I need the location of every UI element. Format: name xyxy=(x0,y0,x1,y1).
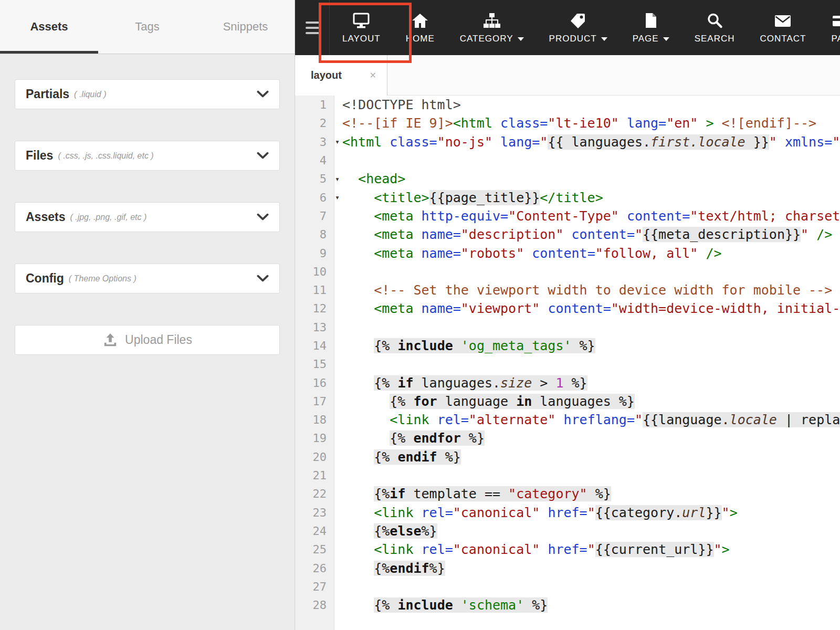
nav-item-contact[interactable]: CONTACT xyxy=(748,0,819,55)
chevron-down-icon[interactable] xyxy=(257,90,269,98)
code-line: 21 xyxy=(295,466,840,485)
nav-item-label-row: CONTACT xyxy=(760,34,806,44)
line-number: 22 xyxy=(295,487,334,500)
code-line: 15 xyxy=(295,355,840,373)
sidebar-section-partials[interactable]: Partials( .liquid ) xyxy=(15,79,280,109)
line-number: 11 xyxy=(295,284,334,297)
code-text: {%if template == "category" %} xyxy=(334,486,840,501)
nav-item-label: LAYOUT xyxy=(342,34,381,44)
line-number: 18 xyxy=(295,413,334,426)
section-subtitle: ( .css, .js, .css.liquid, etc ) xyxy=(58,151,153,161)
nav-item-label: CATEGORY xyxy=(460,34,513,44)
envelope-icon xyxy=(774,11,792,29)
code-text: {%else%} xyxy=(334,523,840,539)
code-text: <meta http-equiv="Content-Type" content=… xyxy=(334,208,840,224)
sidebar-tab-assets[interactable]: Assets xyxy=(0,0,98,54)
editor-tab-bar: layout ✕ xyxy=(295,55,840,96)
hamburger-bar-icon xyxy=(306,32,319,34)
nav-item-page[interactable]: PAGE xyxy=(620,0,682,55)
line-number: 13 xyxy=(295,321,334,334)
fold-marker-icon[interactable]: ▾ xyxy=(335,174,340,184)
code-line: 27 xyxy=(295,578,840,596)
nav-item-home[interactable]: HOME xyxy=(393,0,447,55)
line-number: 12 xyxy=(295,302,334,315)
sitemap-icon xyxy=(482,11,501,29)
line-number: 2 xyxy=(295,117,334,130)
code-line: 18 <link rel="alternate" hreflang="{{lan… xyxy=(295,411,840,429)
code-line: 3▾<html class="no-js" lang="{{ languages… xyxy=(295,133,840,151)
code-line: 14 {% include 'og_meta_tags' %} xyxy=(295,337,840,355)
code-line: 1<!DOCTYPE html> xyxy=(295,96,840,114)
code-text: <!--[if IE 9]><html class="lt-ie10" lang… xyxy=(334,116,840,131)
chevron-down-icon xyxy=(601,37,607,41)
nav-item-category[interactable]: CATEGORY xyxy=(447,0,537,55)
sidebar: AssetsTagsSnippets Partials( .liquid )Fi… xyxy=(0,0,295,630)
editor-tab-layout[interactable]: layout ✕ xyxy=(295,55,387,96)
line-number: 24 xyxy=(295,524,334,538)
code-text: <link rel="canonical" href="{{current_ur… xyxy=(334,542,840,557)
code-line: 4 xyxy=(295,151,840,170)
code-text: <title>{{page_title}}</title> xyxy=(334,190,840,205)
chevron-down-icon xyxy=(518,37,524,41)
hamburger-bar-icon xyxy=(306,27,319,29)
nav-item-search[interactable]: SEARCH xyxy=(682,0,748,55)
fold-marker-icon[interactable]: ▾ xyxy=(335,137,340,146)
sidebar-tab-snippets[interactable]: Snippets xyxy=(196,0,295,54)
line-number: 26 xyxy=(295,562,334,575)
code-text: <head> xyxy=(334,171,840,186)
code-line: 2<!--[if IE 9]><html class="lt-ie10" lan… xyxy=(295,114,840,132)
nav-item-pay[interactable]: PAY xyxy=(818,0,840,55)
nav-item-label-row: CATEGORY xyxy=(460,34,524,44)
upload-files-button[interactable]: Upload Files xyxy=(15,325,280,355)
code-text: <meta name="robots" content="follow, all… xyxy=(334,246,840,261)
code-text: <!DOCTYPE html> xyxy=(334,97,840,112)
code-line: 26 {%endif%} xyxy=(295,559,840,577)
sidebar-section-config[interactable]: Config( Theme Options ) xyxy=(15,264,280,293)
upload-files-label: Upload Files xyxy=(125,333,192,347)
nav-item-layout[interactable]: LAYOUT xyxy=(330,0,393,55)
chevron-down-icon xyxy=(663,37,669,41)
code-line: 9 <meta name="robots" content="follow, a… xyxy=(295,244,840,262)
chevron-down-icon[interactable] xyxy=(257,152,269,160)
code-text: {% include 'schema' %} xyxy=(334,597,840,613)
hamburger-menu-button[interactable] xyxy=(295,0,330,55)
nav-items: LAYOUTHOMECATEGORYPRODUCTPAGESEARCHCONTA… xyxy=(330,0,840,55)
line-number: 14 xyxy=(295,339,334,352)
sidebar-tabs: AssetsTagsSnippets xyxy=(0,0,295,54)
page-icon xyxy=(644,11,658,29)
code-editor[interactable]: 1<!DOCTYPE html>2<!--[if IE 9]><html cla… xyxy=(295,96,840,630)
line-number: 7 xyxy=(295,209,334,223)
nav-item-label-row: PAY xyxy=(831,34,840,44)
nav-item-product[interactable]: PRODUCT xyxy=(537,0,620,55)
sidebar-section-files[interactable]: Files( .css, .js, .css.liquid, etc ) xyxy=(15,141,280,171)
code-line: 6▾ <title>{{page_title}}</title> xyxy=(295,188,840,206)
line-number: 5▾ xyxy=(295,172,334,185)
tab-close-icon[interactable]: ✕ xyxy=(370,70,376,80)
sidebar-section-assets[interactable]: Assets( .jpg, .png, .gif, etc ) xyxy=(15,202,280,232)
code-text: {% endfor %} xyxy=(334,430,840,446)
line-number: 25 xyxy=(295,543,334,556)
sidebar-tab-tags[interactable]: Tags xyxy=(98,0,196,54)
nav-item-label: HOME xyxy=(406,34,435,44)
section-title: Assets xyxy=(26,210,65,224)
code-line: 7 <meta http-equiv="Content-Type" conten… xyxy=(295,207,840,225)
code-line: 28 {% include 'schema' %} xyxy=(295,596,840,614)
chevron-down-icon[interactable] xyxy=(257,213,269,221)
chevron-down-icon[interactable] xyxy=(257,275,269,282)
line-number: 20 xyxy=(295,450,334,464)
line-number: 3▾ xyxy=(295,135,334,149)
upload-icon xyxy=(102,333,118,348)
code-text: <meta name="description" content="{{meta… xyxy=(334,227,840,242)
nav-item-label-row: LAYOUT xyxy=(342,34,381,44)
line-number: 6▾ xyxy=(295,191,334,204)
code-text: <link rel="alternate" hreflang="{{langua… xyxy=(334,412,840,427)
code-line: 22 {%if template == "category" %} xyxy=(295,485,840,503)
code-text: {% if languages.size > 1 %} xyxy=(334,375,840,391)
home-icon xyxy=(411,11,429,29)
sidebar-sections: Partials( .liquid )Files( .css, .js, .cs… xyxy=(0,54,295,355)
fold-marker-icon[interactable]: ▾ xyxy=(335,193,340,202)
search-icon xyxy=(706,11,723,29)
code-text: {% endif %} xyxy=(334,449,840,465)
code-line: 5▾ <head> xyxy=(295,170,840,188)
line-number: 19 xyxy=(295,432,334,445)
